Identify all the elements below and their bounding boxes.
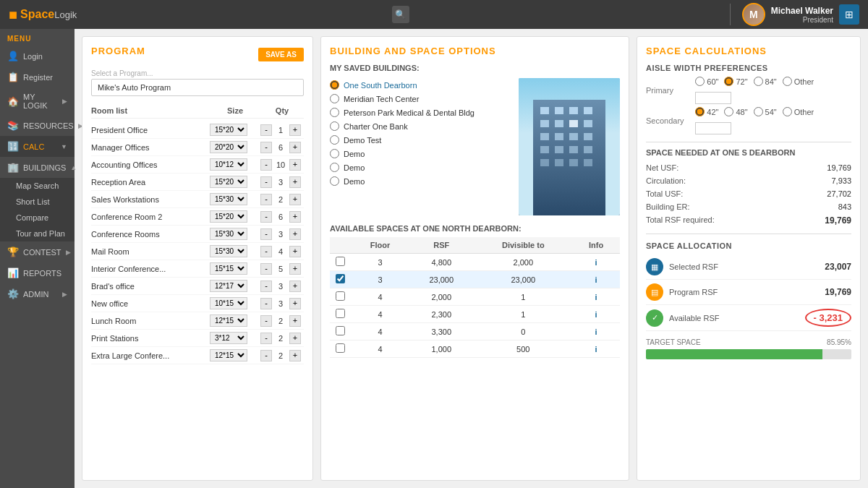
info-icon[interactable]: i bbox=[595, 345, 597, 354]
space-checkbox[interactable] bbox=[336, 326, 345, 335]
building-radio[interactable] bbox=[330, 108, 339, 117]
sidebar-item-resources[interactable]: 📚 RESOURCES ▶ bbox=[0, 115, 75, 136]
qty-minus-button[interactable]: - bbox=[260, 142, 272, 153]
qty-minus-button[interactable]: - bbox=[260, 176, 272, 188]
room-size[interactable]: 12*17 bbox=[210, 280, 260, 292]
qty-plus-button[interactable]: + bbox=[289, 333, 301, 344]
room-size[interactable]: 15*20 bbox=[210, 210, 260, 223]
qty-minus-button[interactable]: - bbox=[260, 246, 272, 257]
qty-minus-button[interactable]: - bbox=[260, 159, 272, 171]
space-checkbox-cell[interactable] bbox=[330, 323, 352, 341]
qty-plus-button[interactable]: + bbox=[289, 124, 301, 136]
room-size[interactable]: 12*15 bbox=[210, 349, 260, 361]
sidebar-item-short-list[interactable]: Short List bbox=[9, 194, 75, 210]
room-size-select[interactable]: 10*12 bbox=[210, 158, 247, 171]
info-icon[interactable]: i bbox=[595, 328, 597, 336]
list-item[interactable]: Peterson Park Medical & Dental Bldg bbox=[330, 106, 511, 119]
qty-plus-button[interactable]: + bbox=[289, 281, 301, 292]
space-info[interactable]: i bbox=[572, 271, 620, 288]
list-item[interactable]: Demo bbox=[330, 174, 511, 188]
room-size-select[interactable]: 12*17 bbox=[210, 280, 247, 292]
building-radio[interactable] bbox=[330, 176, 339, 186]
room-size[interactable]: 20*20 bbox=[210, 141, 260, 153]
list-item[interactable]: Meridian Tech Center bbox=[330, 92, 511, 106]
space-checkbox[interactable] bbox=[336, 257, 345, 266]
building-radio[interactable] bbox=[330, 149, 339, 158]
space-checkbox-cell[interactable] bbox=[330, 341, 352, 358]
building-radio[interactable] bbox=[330, 80, 339, 90]
space-checkbox-cell[interactable] bbox=[330, 254, 352, 271]
sidebar-item-buildings[interactable]: 🏢 BUILDINGS ▲ bbox=[0, 157, 75, 178]
radio-other-primary[interactable]: Other bbox=[783, 77, 814, 86]
room-size[interactable]: 15*15 bbox=[210, 262, 260, 275]
qty-plus-button[interactable]: + bbox=[289, 263, 301, 275]
qty-plus-button[interactable]: + bbox=[289, 194, 301, 205]
space-checkbox[interactable] bbox=[336, 291, 345, 301]
room-size[interactable]: 10*15 bbox=[210, 297, 260, 309]
qty-minus-button[interactable]: - bbox=[260, 298, 272, 309]
room-size-select[interactable]: 15*15 bbox=[210, 262, 247, 275]
other-secondary-input[interactable] bbox=[695, 122, 731, 134]
space-info[interactable]: i bbox=[572, 306, 620, 323]
room-size-select[interactable]: 15*30 bbox=[210, 228, 247, 240]
sidebar-item-my-logik[interactable]: 🏠 MY LOGIK ▶ bbox=[0, 87, 75, 115]
qty-minus-button[interactable]: - bbox=[260, 315, 272, 327]
sidebar-item-calc[interactable]: 🔢 CALC ▼ bbox=[0, 136, 75, 157]
qty-plus-button[interactable]: + bbox=[289, 246, 301, 257]
sidebar-item-login[interactable]: 👤 Login bbox=[0, 46, 75, 67]
space-checkbox[interactable] bbox=[336, 274, 345, 283]
space-info[interactable]: i bbox=[572, 341, 620, 358]
sidebar-item-compare[interactable]: Compare bbox=[9, 210, 75, 226]
info-icon[interactable]: i bbox=[595, 310, 597, 319]
list-item[interactable]: Charter One Bank bbox=[330, 119, 511, 133]
space-checkbox[interactable] bbox=[336, 309, 345, 318]
space-checkbox-cell[interactable] bbox=[330, 271, 352, 288]
space-checkbox-cell[interactable] bbox=[330, 288, 352, 306]
building-radio[interactable] bbox=[330, 135, 339, 145]
info-icon[interactable]: i bbox=[595, 258, 597, 267]
room-size[interactable]: 3*12 bbox=[210, 332, 260, 344]
qty-plus-button[interactable]: + bbox=[289, 142, 301, 153]
qty-plus-button[interactable]: + bbox=[289, 159, 301, 171]
qty-plus-button[interactable]: + bbox=[289, 350, 301, 361]
sidebar-item-register[interactable]: 📋 Register bbox=[0, 67, 75, 87]
radio-84[interactable]: 84" bbox=[754, 77, 777, 86]
space-checkbox-cell[interactable] bbox=[330, 306, 352, 323]
qty-minus-button[interactable]: - bbox=[260, 263, 272, 275]
qty-minus-button[interactable]: - bbox=[260, 350, 272, 361]
space-info[interactable]: i bbox=[572, 288, 620, 306]
radio-72[interactable]: 72" bbox=[724, 77, 747, 86]
save-as-button[interactable]: SAVE AS bbox=[258, 48, 304, 61]
qty-minus-button[interactable]: - bbox=[260, 211, 272, 223]
info-icon[interactable]: i bbox=[595, 293, 597, 301]
sidebar-item-reports[interactable]: 📊 REPORTS bbox=[0, 262, 75, 283]
qty-minus-button[interactable]: - bbox=[260, 194, 272, 205]
list-item[interactable]: One South Dearborn bbox=[330, 78, 511, 92]
room-size-select[interactable]: 15*20 bbox=[210, 210, 247, 223]
logo[interactable]: ■ SpaceLogik bbox=[9, 7, 77, 23]
sidebar-item-tour-plan[interactable]: Tour and Plan bbox=[9, 226, 75, 241]
qty-plus-button[interactable]: + bbox=[289, 176, 301, 188]
qty-plus-button[interactable]: + bbox=[289, 211, 301, 223]
sidebar-item-map-search[interactable]: Map Search bbox=[9, 178, 75, 194]
qty-plus-button[interactable]: + bbox=[289, 315, 301, 327]
room-size[interactable]: 10*12 bbox=[210, 158, 260, 171]
program-select[interactable] bbox=[91, 79, 304, 96]
room-size-select[interactable]: 15*30 bbox=[210, 193, 247, 205]
room-size-select[interactable]: 20*20 bbox=[210, 141, 247, 153]
room-size-select[interactable]: 10*15 bbox=[210, 297, 247, 309]
radio-60[interactable]: 60" bbox=[695, 77, 718, 86]
room-size-select[interactable]: 15*20 bbox=[210, 176, 247, 188]
room-size[interactable]: 12*15 bbox=[210, 314, 260, 327]
sidebar-item-contest[interactable]: 🏆 CONTEST ▶ bbox=[0, 241, 75, 262]
space-checkbox[interactable] bbox=[336, 343, 345, 353]
sidebar-item-admin[interactable]: ⚙️ ADMIN ▶ bbox=[0, 283, 75, 304]
radio-42[interactable]: 42" bbox=[695, 107, 718, 116]
room-size[interactable]: 15*30 bbox=[210, 193, 260, 205]
room-size-select[interactable]: 15*20 bbox=[210, 124, 247, 136]
space-info[interactable]: i bbox=[572, 323, 620, 341]
room-size-select[interactable]: 12*15 bbox=[210, 349, 247, 361]
building-radio[interactable] bbox=[330, 121, 339, 131]
list-item[interactable]: Demo Test bbox=[330, 133, 511, 147]
qty-minus-button[interactable]: - bbox=[260, 281, 272, 292]
